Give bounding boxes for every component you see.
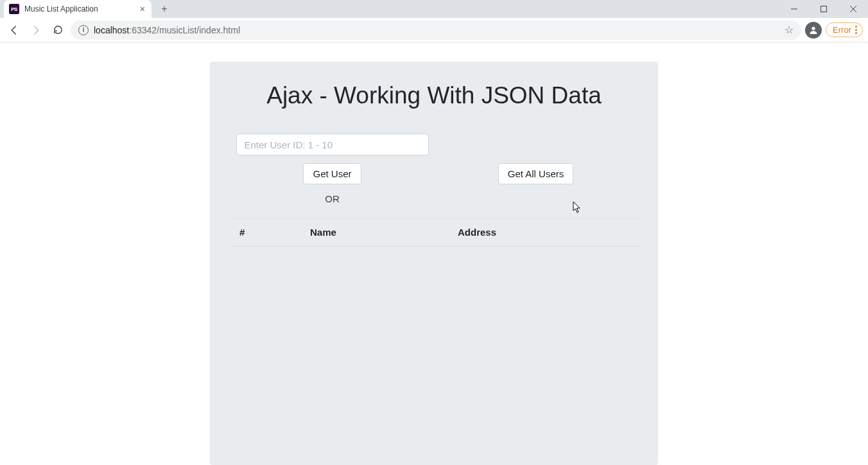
site-info-icon[interactable]: i: [78, 25, 89, 35]
tab-strip: PS Music List Application × +: [0, 0, 868, 18]
reload-button[interactable]: [49, 21, 67, 39]
results-table: # Name Address: [230, 218, 640, 247]
minimize-button[interactable]: [779, 0, 809, 18]
user-id-input[interactable]: [236, 134, 429, 155]
column-name: Name: [301, 219, 449, 247]
page-viewport: Ajax - Working With JSON Data Get User O…: [0, 42, 868, 465]
bookmark-star-icon[interactable]: ☆: [785, 24, 794, 36]
tab-close-icon[interactable]: ×: [140, 4, 145, 14]
or-separator: OR: [325, 193, 340, 204]
back-button[interactable]: [5, 21, 23, 39]
table-header-row: # Name Address: [230, 219, 640, 247]
error-label: Error: [833, 25, 851, 35]
address-bar[interactable]: i localhost:63342/musicList/index.html ☆: [71, 21, 801, 40]
all-users-column: Get All Users: [434, 134, 638, 204]
column-address: Address: [449, 219, 640, 247]
get-all-users-button[interactable]: Get All Users: [498, 163, 574, 184]
menu-dots-icon: [855, 26, 857, 34]
page-title: Ajax - Working With JSON Data: [230, 82, 638, 109]
main-panel: Ajax - Working With JSON Data Get User O…: [210, 62, 658, 465]
get-user-button[interactable]: Get User: [303, 163, 361, 184]
browser-toolbar: i localhost:63342/musicList/index.html ☆…: [0, 18, 868, 42]
maximize-button[interactable]: [809, 0, 838, 18]
favicon-icon: PS: [9, 4, 19, 14]
window-controls: [779, 0, 868, 18]
close-window-button[interactable]: [838, 0, 868, 18]
svg-point-4: [812, 26, 815, 30]
svg-rect-1: [821, 6, 827, 12]
profile-avatar[interactable]: [805, 22, 822, 39]
new-tab-button[interactable]: +: [155, 0, 173, 18]
single-user-column: Get User OR: [230, 134, 434, 204]
tab-title: Music List Application: [24, 4, 135, 13]
forward-button[interactable]: [27, 21, 45, 39]
column-index: #: [230, 219, 301, 247]
url-text: localhost:63342/musicList/index.html: [94, 25, 779, 35]
browser-tab[interactable]: PS Music List Application ×: [4, 0, 152, 18]
extensions-error-button[interactable]: Error: [826, 22, 863, 37]
